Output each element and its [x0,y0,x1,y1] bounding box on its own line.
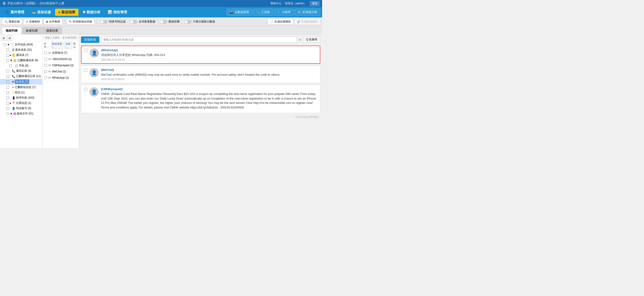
checkbox-wechat-msg[interactable] [84,68,87,72]
sms-icon: ✉ [12,80,14,83]
sidebar-item-sync-account[interactable]: ▸ 👤 同步账号 (5) [0,106,42,111]
file-info-icon: 📄 [10,43,14,46]
list-item-all-sms[interactable]: ✉ 全部短信 (7) [42,50,79,56]
whatsapp-body: 切勿與任何人分享您的 WhatsApp 代碼: 304-313 [101,53,317,57]
checkbox-sync-account[interactable] [6,107,9,110]
tab-search-results[interactable]: 搜索结果 [42,27,62,34]
wechat-label: WeChat (1) [52,70,66,73]
sidebar-item-mms[interactable]: ▸ ✳ 彩信 (1) [0,90,42,95]
action-bar: 新建标签 ✕ Q 批量维 [81,36,320,43]
blockchain-dig-btn[interactable]: ⛏ 区块链地址挖掘 [66,18,94,25]
tab-tag-results[interactable]: 标签结果 [22,27,42,34]
nav-item-case-manage[interactable]: 👤 案件管理 [2,9,28,16]
filter-clear-btn[interactable]: ✕ [298,38,301,41]
sms-card-cmhk[interactable]: 👤 (CMHKprepaid) CMHK: [Prepaid Card Real… [81,85,320,113]
menu-label[interactable]: 菜单 [310,1,320,6]
checkbox-whatsapp[interactable] [44,76,47,79]
mini-program-icon: 💠 [277,10,280,14]
special-filter-toggle[interactable]: 特殊号码过滤 [98,20,127,24]
sidebar-item-phone[interactable]: ▸ 📋 手机 (8) [0,63,42,68]
sidebar-toolbar: ⊞ ⊟ [0,34,42,42]
checkbox-deleted-sms[interactable] [6,86,9,89]
sort-by-name-btn[interactable]: 名称 ↕ [64,42,72,49]
tab-checklist[interactable]: 检材列表 [2,27,22,34]
sidebar-item-file-info[interactable]: ▼ 📄 文件信息 (824) [0,42,42,47]
expand-icon-sms: ▸ [10,80,11,83]
list-item-852[interactable]: ✉ +852193193 (2) [42,56,79,62]
sidebar-item-contacts[interactable]: ▸ 📒 通讯录 (7) [0,52,42,58]
cmhk-icon: ✉ [48,63,51,67]
generate-report-btn[interactable]: 📄 生成证据报告 [268,18,294,25]
sidebar-item-call-log[interactable]: ▸ 📞 通话记录 (6) [0,68,42,74]
list-search-input[interactable] [43,35,78,40]
call-log-icon: 📞 [12,69,15,73]
nav-item-data-analysis[interactable]: ❋ 数据分析 [80,9,104,16]
checkbox-media-files[interactable] [6,112,9,115]
checkbox-contacts[interactable] [6,54,9,57]
checkbox-location[interactable] [6,102,9,105]
expand-icon-contacts: ▸ [10,54,11,57]
data-sort-toggle[interactable]: 数据排重 [158,20,182,24]
merge-check-btn[interactable]: ⊞ 合并检材 [43,18,63,25]
search-evidence-btn[interactable]: 🔍 搜索证据 [2,18,22,25]
blockchain-btn[interactable]: ⚙️ 区块链分析 [294,9,320,15]
sidebar-item-media-files[interactable]: ▼ 🖼 媒体文件 (51) [0,111,42,116]
checkbox-phone[interactable] [9,64,12,67]
list-item-cmhk[interactable]: ✉ CMHKprepaid (3) [42,62,79,68]
app-list-icon: 📱 [12,96,15,99]
filter-input[interactable] [101,37,297,43]
cloud-data-btn[interactable]: 📷 云数据获取 [227,9,252,15]
sort-by-count-btn[interactable]: 数据条数 ↕ [51,42,63,49]
sidebar-item-deleted-call-log[interactable]: ▸ 📞 已删除通话记录 (11) [0,74,42,79]
sidebar-item-deleted-contacts[interactable]: ▼ 📒 已删除通讯录 (8) [0,58,42,63]
deleted-contacts-icon: 📒 [13,59,17,62]
nav-item-extract-results[interactable]: ≡ 取证结果 [55,9,78,16]
merge-duplicate-switch[interactable] [130,20,138,24]
merge-icon: ⊞ [46,20,48,23]
checkbox-mms[interactable] [6,91,9,94]
show-cloud-toggle[interactable]: 只显示最新云数据 [182,20,217,24]
merge-duplicate-toggle[interactable]: 合并恢复数据 [128,20,157,24]
checkbox-cmhk-msg[interactable] [84,88,87,91]
admin-label[interactable]: 管理员（admin） [285,1,306,5]
sms-card-whatsapp[interactable]: 👤 (WhatsApp) 切勿與任何人分享您的 WhatsApp 代碼: 304… [81,46,320,64]
checkbox-cmhk[interactable] [44,64,47,67]
expand-all-btn[interactable]: ⊞ [1,35,6,41]
sync-account-icon: 👤 [12,107,15,110]
checkbox-852[interactable] [44,58,47,60]
sidebar-item-basic-info[interactable]: ▸ ☰ 基本信息 (32) [0,47,42,52]
expand-icon-call-log: ▸ [10,69,11,73]
sidebar-item-sms[interactable]: ▸ ✉ 短信息 (7) [0,79,42,85]
list-panel: ✕ 排序： 数据条数 ↕ 名称 ↕ 最后 ✉ 全部短信 (7) ✉ +85219… [42,34,79,148]
checkbox-deleted-contacts[interactable] [6,59,9,62]
batch-btn[interactable]: Q 批量维 [303,36,320,43]
migrate-check-btn[interactable]: ↗ 迁移检材 [23,18,42,25]
new-tag-btn[interactable]: 新建标签 [81,36,99,43]
checkbox-deleted-call-log[interactable] [6,75,9,78]
tools-icon: 🔧 [256,10,260,14]
nav-item-report-manage[interactable]: 📊 报告管理 [104,9,130,16]
show-cloud-switch[interactable] [184,20,192,24]
mini-program-btn[interactable]: 💠 小程序 [274,9,294,15]
help-center[interactable]: 帮助中心 [270,1,282,5]
nav-item-add-evidence[interactable]: 🚌 添加证据 [28,9,54,16]
checkbox-file-info[interactable] [4,43,6,46]
checkbox-sms[interactable] [6,80,9,83]
special-filter-switch[interactable] [100,20,108,24]
sidebar-item-app-list[interactable]: ▸ 📱 程序列表 (343) [0,95,42,100]
checkbox-all-sms[interactable] [44,52,47,54]
tools-btn[interactable]: 🔧 工具集 [253,9,273,15]
sidebar-item-deleted-sms[interactable]: ▸ ✉ 已删除短信息 (7) [0,85,42,90]
checkbox-basic-info[interactable] [6,49,9,51]
checkbox-call-log[interactable] [6,70,9,72]
data-sort-switch[interactable] [160,20,167,24]
checkbox-whatsapp-msg[interactable] [84,49,88,52]
toolbar: 🔍 搜索证据 ↗ 迁移检材 ⊞ 合并检材 ⛏ 区块链地址挖掘 特殊号码过滤 合并… [0,17,322,26]
checkbox-wechat[interactable] [44,70,47,73]
collapse-all-btn[interactable]: ⊟ [7,35,12,41]
sms-card-wechat[interactable]: 👤 (WeChat) WeChat verification code (998… [81,66,320,83]
list-item-whatsapp[interactable]: ✉ WhatsApp (1) [42,75,79,81]
list-item-wechat[interactable]: ✉ WeChat (1) [42,68,79,75]
sidebar-item-location[interactable]: ▸ 📍 位置信息 (1) [0,100,42,106]
checkbox-app-list[interactable] [6,96,9,99]
